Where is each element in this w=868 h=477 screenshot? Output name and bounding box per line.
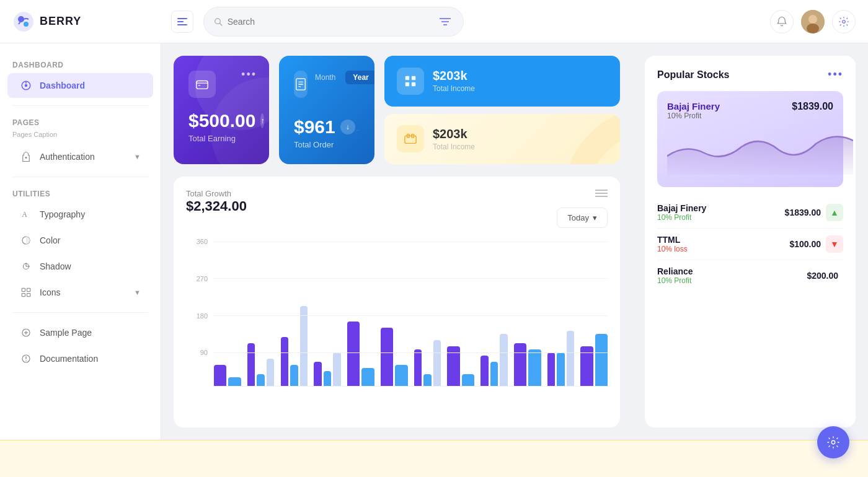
period-tabs: Month Year bbox=[308, 71, 374, 84]
svg-rect-43 bbox=[412, 82, 415, 86]
search-icon bbox=[214, 17, 223, 27]
featured-stock-profit: 10% Profit bbox=[667, 112, 720, 120]
earning-more-button[interactable]: ••• bbox=[241, 68, 257, 81]
cards-row: ••• $500.00 ↑ Total Earning bbox=[174, 56, 620, 164]
dashboard-icon bbox=[20, 79, 32, 92]
icons-chevron: ▼ bbox=[134, 289, 141, 296]
income2-icon bbox=[397, 125, 424, 152]
featured-stock-price: $1839.00 bbox=[792, 101, 833, 112]
order-wave-chart bbox=[355, 112, 360, 149]
card-income-2: $203k Total Income bbox=[384, 114, 620, 165]
order-label: Total Order bbox=[294, 140, 355, 149]
stock-name: Reliance bbox=[657, 266, 807, 276]
svg-rect-35 bbox=[198, 85, 201, 86]
svg-rect-44 bbox=[405, 136, 416, 144]
icons-label: Icons bbox=[40, 287, 60, 297]
earning-label: Total Earning bbox=[188, 134, 254, 143]
typography-icon: A bbox=[20, 208, 32, 221]
svg-point-2 bbox=[24, 22, 29, 27]
chart-menu-button[interactable] bbox=[595, 189, 608, 198]
stocks-card: Popular Stocks ••• Bajaj Finery 10% Prof… bbox=[645, 56, 856, 427]
sidebar-item-documentation[interactable]: Documentation bbox=[7, 346, 153, 371]
stocks-more-button[interactable]: ••• bbox=[828, 68, 843, 81]
settings-button[interactable] bbox=[832, 10, 856, 33]
svg-rect-25 bbox=[27, 288, 30, 291]
stock-info: Bajaj Finery 10% Profit bbox=[657, 203, 785, 222]
main-content: ••• $500.00 ↑ Total Earning bbox=[161, 43, 632, 440]
featured-stock: Bajaj Finery 10% Profit $1839.00 bbox=[657, 91, 843, 187]
order-trend-icon: ↓ bbox=[340, 120, 355, 134]
fab-button[interactable] bbox=[817, 426, 849, 458]
svg-point-13 bbox=[807, 24, 819, 33]
sidebar-item-shadow[interactable]: Shadow bbox=[7, 254, 153, 279]
sidebar-item-color[interactable]: Color bbox=[7, 228, 153, 253]
svg-rect-34 bbox=[197, 81, 208, 89]
svg-line-7 bbox=[219, 23, 221, 25]
stocks-header: Popular Stocks ••• bbox=[657, 68, 843, 81]
stock-price: $100.00 bbox=[789, 239, 821, 249]
sidebar-pages-caption: Pages Caption bbox=[0, 129, 161, 143]
stock-trend-icon: ▼ bbox=[826, 235, 843, 253]
sidebar-section-dashboard: Dashboard bbox=[0, 56, 161, 72]
sidebar-item-authentication[interactable]: Authentication ▼ bbox=[7, 144, 153, 169]
order-top: Month Year bbox=[294, 71, 360, 98]
card-income-1: $203k Total Income bbox=[384, 56, 620, 107]
hamburger-button[interactable] bbox=[171, 11, 193, 33]
tab-month[interactable]: Month bbox=[308, 71, 343, 84]
order-amount: $961 ↓ bbox=[294, 116, 355, 138]
shadow-icon bbox=[20, 260, 32, 273]
svg-rect-27 bbox=[27, 294, 30, 297]
cards-right: $203k Total Income $203k Total bbox=[384, 56, 620, 164]
income1-icon bbox=[397, 68, 424, 95]
stock-price: $200.00 bbox=[807, 271, 838, 281]
sidebar-item-typography[interactable]: A Typography bbox=[7, 202, 153, 227]
tab-year[interactable]: Year bbox=[345, 71, 374, 84]
svg-rect-41 bbox=[412, 76, 415, 80]
bar-chart: 360 270 180 90 bbox=[186, 238, 608, 387]
chart-amount: $2,324.00 bbox=[186, 198, 247, 214]
list-item: TTML 10% loss $100.00 ▼ bbox=[657, 229, 843, 260]
income1-label: Total Income bbox=[433, 84, 475, 93]
featured-stock-top: Bajaj Finery 10% Profit $1839.00 bbox=[667, 101, 833, 120]
sidebar-section-utilities: Utilities bbox=[0, 185, 161, 201]
order-bottom: $961 ↓ Total Order bbox=[294, 104, 360, 149]
color-label: Color bbox=[40, 235, 60, 245]
filter-icon[interactable] bbox=[437, 12, 453, 31]
right-panel: Popular Stocks ••• Bajaj Finery 10% Prof… bbox=[632, 43, 868, 440]
documentation-label: Documentation bbox=[40, 354, 98, 364]
app-name: BERRY bbox=[40, 15, 81, 28]
svg-rect-26 bbox=[22, 294, 25, 297]
color-icon bbox=[20, 234, 32, 247]
svg-point-33 bbox=[25, 360, 27, 361]
stock-name: Bajaj Finery bbox=[657, 203, 785, 213]
sidebar-item-dashboard[interactable]: Dashboard bbox=[7, 73, 153, 98]
stock-percent: 10% loss bbox=[657, 245, 789, 253]
sample-page-label: Sample Page bbox=[40, 328, 92, 338]
sidebar-item-sample[interactable]: Sample Page bbox=[7, 320, 153, 345]
authentication-icon bbox=[20, 151, 32, 163]
sidebar-item-icons[interactable]: Icons ▼ bbox=[7, 280, 153, 305]
period-select-button[interactable]: Today ▾ bbox=[557, 208, 608, 228]
search-input[interactable] bbox=[228, 17, 433, 27]
svg-point-18 bbox=[25, 157, 27, 159]
svg-point-12 bbox=[808, 15, 817, 24]
dashboard-label: Dashboard bbox=[40, 81, 85, 90]
chart-title: Total Growth bbox=[186, 189, 247, 198]
shadow-label: Shadow bbox=[40, 261, 71, 271]
period-label: Today bbox=[567, 213, 589, 222]
stock-percent: 10% Profit bbox=[657, 213, 785, 222]
logo-area: BERRY bbox=[12, 11, 161, 33]
sidebar: Dashboard Dashboard Pages Pages Caption bbox=[0, 43, 161, 440]
avatar[interactable] bbox=[801, 10, 825, 33]
divider-2 bbox=[12, 177, 148, 177]
header-right bbox=[770, 10, 856, 33]
svg-rect-24 bbox=[22, 288, 25, 291]
svg-rect-4 bbox=[177, 21, 184, 22]
authentication-label: Authentication bbox=[40, 152, 95, 162]
notification-button[interactable] bbox=[770, 10, 794, 33]
svg-point-50 bbox=[831, 440, 835, 444]
svg-point-16 bbox=[25, 84, 28, 87]
svg-point-14 bbox=[843, 20, 846, 23]
stock-info: TTML 10% loss bbox=[657, 235, 789, 253]
logo-icon bbox=[12, 11, 35, 33]
